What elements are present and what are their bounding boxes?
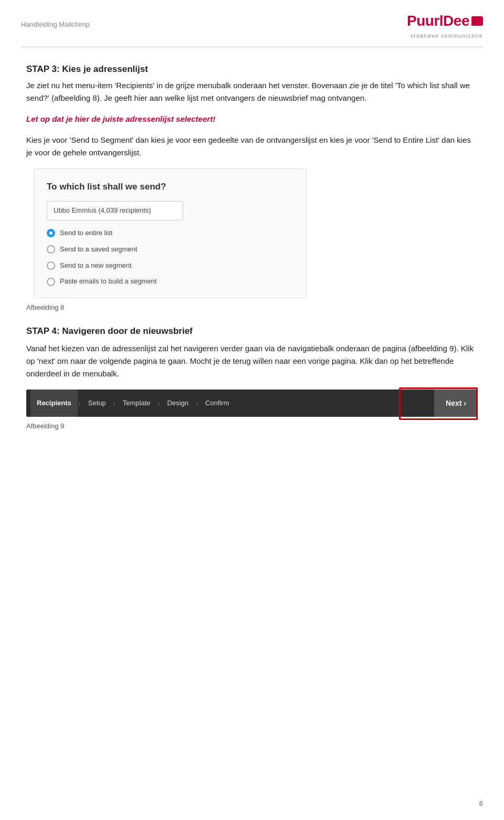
logo-text: PuurlDee	[407, 9, 469, 33]
nav-item-template[interactable]: Template	[117, 390, 157, 417]
chevron-icon-3: ›	[158, 398, 160, 408]
nav-bar-items: Recipients › Setup › Template › Design ›	[26, 390, 434, 417]
nav-item-confirm[interactable]: Confirm	[199, 390, 236, 417]
logo-tagline: creatieve communicatie	[411, 32, 483, 40]
nav-label-template: Template	[123, 398, 151, 409]
mc-ui-title: To which list shall we send?	[47, 180, 293, 194]
mc-dropdown[interactable]: Ubbo Emmius (4,039 recipients)	[47, 201, 183, 220]
page-number: 6	[479, 798, 483, 810]
nav-item-design[interactable]: Design	[161, 390, 194, 417]
step3-label: STAP 3:	[26, 64, 60, 74]
radio-circle-2	[47, 245, 55, 254]
step4-label: STAP 4:	[26, 326, 60, 336]
nav-label-recipients: Recipients	[37, 398, 71, 409]
nav-label-setup: Setup	[88, 398, 106, 409]
chevron-icon-1: ›	[79, 398, 81, 408]
nav-item-recipients[interactable]: Recipients	[30, 390, 78, 417]
step3-para1: Je ziet nu het menu-item 'Recipients' in…	[26, 79, 478, 104]
step4-heading-rest: Navigeren door de nieuwsbrief	[60, 326, 193, 336]
step3-highlight: Let op dat je hier de juiste adressenlij…	[26, 113, 478, 125]
next-button-label: Next ›	[446, 397, 466, 409]
next-button[interactable]: Next ›	[434, 390, 478, 417]
caption-fig8: Afbeelding 8	[26, 302, 478, 313]
document-title: Handleiding Mailchimp	[21, 19, 90, 30]
nav-label-design: Design	[167, 398, 188, 409]
chevron-icon-4: ›	[196, 398, 198, 408]
radio-label-3: Send to a new segment	[60, 260, 132, 271]
chevron-icon-2: ›	[113, 398, 116, 408]
step4-heading: STAP 4: Navigeren door de nieuwsbrief	[26, 324, 478, 338]
radio-circle-1	[47, 229, 55, 237]
radio-item-1[interactable]: Send to entire list	[47, 228, 293, 239]
radio-circle-4	[47, 278, 55, 286]
radio-circle-3	[47, 261, 55, 270]
caption-fig9: Afbeelding 9	[26, 421, 478, 432]
radio-item-2[interactable]: Send to a saved segment	[47, 244, 293, 255]
radio-label-1: Send to entire list	[60, 228, 112, 239]
logo: PuurlDee	[407, 9, 483, 33]
mc-radio-group: Send to entire list Send to a saved segm…	[47, 228, 293, 287]
radio-item-4[interactable]: Paste emails to build a segment	[47, 276, 293, 287]
logo-container: PuurlDee creatieve communicatie	[407, 9, 483, 40]
radio-label-2: Send to a saved segment	[60, 244, 137, 255]
nav-item-setup[interactable]: Setup	[82, 390, 112, 417]
header: Handleiding Mailchimp PuurlDee creatieve…	[21, 0, 483, 47]
page: Handleiding Mailchimp PuurlDee creatieve…	[0, 0, 504, 820]
step3-heading: STAP 3: Kies je adressenlijst	[26, 62, 478, 76]
nav-label-confirm: Confirm	[205, 398, 229, 409]
step3-para2: Kies je voor 'Send to Segment' dan kies …	[26, 134, 478, 159]
nav-bar: Recipients › Setup › Template › Design ›	[26, 390, 478, 417]
radio-item-3[interactable]: Send to a new segment	[47, 260, 293, 271]
nav-bar-container: Recipients › Setup › Template › Design ›	[26, 390, 478, 417]
step4-para1: Vanaf het kiezen van de adressenlijst za…	[26, 342, 478, 380]
radio-label-4: Paste emails to build a segment	[60, 276, 156, 287]
main-content: STAP 3: Kies je adressenlijst Je ziet nu…	[21, 62, 483, 432]
logo-icon	[471, 16, 483, 26]
step3-heading-rest: Kies je adressenlijst	[60, 64, 148, 74]
highlight-label: Let op dat je hier de juiste adressenlij…	[26, 114, 215, 123]
mailchimp-ui-mockup: To which list shall we send? Ubbo Emmius…	[34, 169, 307, 298]
